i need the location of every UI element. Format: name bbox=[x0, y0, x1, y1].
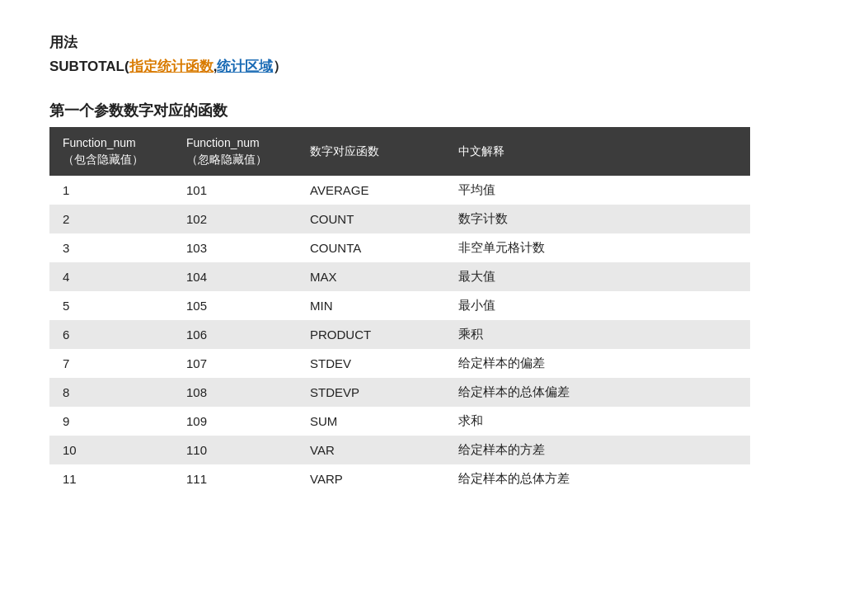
cell-num-10: 11 bbox=[49, 464, 173, 493]
cell-num2-6: 107 bbox=[173, 349, 297, 378]
cell-num-7: 8 bbox=[49, 378, 173, 407]
table-row: 9109SUM求和 bbox=[49, 407, 750, 436]
cell-num-6: 7 bbox=[49, 349, 173, 378]
cell-desc-8: 求和 bbox=[445, 407, 750, 436]
cell-num2-1: 102 bbox=[173, 205, 297, 233]
cell-desc-5: 乘积 bbox=[445, 320, 750, 349]
table-row: 2102COUNT数字计数 bbox=[49, 205, 750, 233]
cell-num2-8: 109 bbox=[173, 407, 297, 436]
cell-func-8: SUM bbox=[297, 407, 445, 436]
header-col3: 数字对应函数 bbox=[297, 127, 445, 176]
cell-desc-7: 给定样本的总体偏差 bbox=[445, 378, 750, 407]
table-row: 11111VARP给定样本的总体方差 bbox=[49, 464, 750, 493]
cell-num-0: 1 bbox=[49, 176, 173, 205]
function-table: Function_num（包含隐藏值） Function_num（忽略隐藏值） … bbox=[49, 127, 750, 493]
cell-func-3: MAX bbox=[297, 262, 445, 291]
table-row: 3103COUNTA非空单元格计数 bbox=[49, 233, 750, 262]
table-body: 1101AVERAGE平均值2102COUNT数字计数3103COUNTA非空单… bbox=[49, 176, 750, 493]
cell-num-5: 6 bbox=[49, 320, 173, 349]
header-col4: 中文解释 bbox=[445, 127, 750, 176]
table-row: 5105MIN最小值 bbox=[49, 291, 750, 320]
cell-num2-0: 101 bbox=[173, 176, 297, 205]
cell-func-6: STDEV bbox=[297, 349, 445, 378]
cell-num2-10: 111 bbox=[173, 464, 297, 493]
cell-func-10: VARP bbox=[297, 464, 445, 493]
header-col2: Function_num（忽略隐藏值） bbox=[173, 127, 297, 176]
cell-num-1: 2 bbox=[49, 205, 173, 233]
table-row: 4104MAX最大值 bbox=[49, 262, 750, 291]
cell-desc-3: 最大值 bbox=[445, 262, 750, 291]
cell-func-0: AVERAGE bbox=[297, 176, 445, 205]
cell-num-2: 3 bbox=[49, 233, 173, 262]
cell-num-3: 4 bbox=[49, 262, 173, 291]
table-row: 8108STDEVP给定样本的总体偏差 bbox=[49, 378, 750, 407]
cell-num2-3: 104 bbox=[173, 262, 297, 291]
cell-desc-0: 平均值 bbox=[445, 176, 750, 205]
cell-num2-7: 108 bbox=[173, 378, 297, 407]
cell-num2-4: 105 bbox=[173, 291, 297, 320]
section-title: 第一个参数数字对应的函数 bbox=[49, 101, 819, 120]
cell-num-9: 10 bbox=[49, 436, 173, 464]
cell-func-9: VAR bbox=[297, 436, 445, 464]
cell-desc-6: 给定样本的偏差 bbox=[445, 349, 750, 378]
table-row: 1101AVERAGE平均值 bbox=[49, 176, 750, 205]
param-orange: 指定统计函数 bbox=[129, 59, 213, 74]
table-row: 7107STDEV给定样本的偏差 bbox=[49, 349, 750, 378]
cell-desc-9: 给定样本的方差 bbox=[445, 436, 750, 464]
usage-section: 用法 SUBTOTAL(指定统计函数,统计区域） bbox=[49, 33, 819, 76]
cell-desc-1: 数字计数 bbox=[445, 205, 750, 233]
table-row: 6106PRODUCT乘积 bbox=[49, 320, 750, 349]
cell-func-5: PRODUCT bbox=[297, 320, 445, 349]
table-row: 10110VAR给定样本的方差 bbox=[49, 436, 750, 464]
cell-desc-2: 非空单元格计数 bbox=[445, 233, 750, 262]
table-header-row: Function_num（包含隐藏值） Function_num（忽略隐藏值） … bbox=[49, 127, 750, 176]
cell-func-2: COUNTA bbox=[297, 233, 445, 262]
usage-title: 用法 bbox=[49, 33, 819, 52]
cell-num-4: 5 bbox=[49, 291, 173, 320]
cell-func-4: MIN bbox=[297, 291, 445, 320]
cell-num2-5: 106 bbox=[173, 320, 297, 349]
cell-num2-2: 103 bbox=[173, 233, 297, 262]
cell-desc-10: 给定样本的总体方差 bbox=[445, 464, 750, 493]
formula-suffix: ） bbox=[273, 59, 287, 74]
cell-num2-9: 110 bbox=[173, 436, 297, 464]
cell-func-1: COUNT bbox=[297, 205, 445, 233]
param-blue: 统计区域 bbox=[217, 59, 273, 74]
formula-prefix: SUBTOTAL( bbox=[49, 59, 129, 74]
cell-desc-4: 最小值 bbox=[445, 291, 750, 320]
cell-func-7: STDEVP bbox=[297, 378, 445, 407]
usage-formula: SUBTOTAL(指定统计函数,统计区域） bbox=[49, 57, 819, 76]
cell-num-8: 9 bbox=[49, 407, 173, 436]
header-col1: Function_num（包含隐藏值） bbox=[49, 127, 173, 176]
